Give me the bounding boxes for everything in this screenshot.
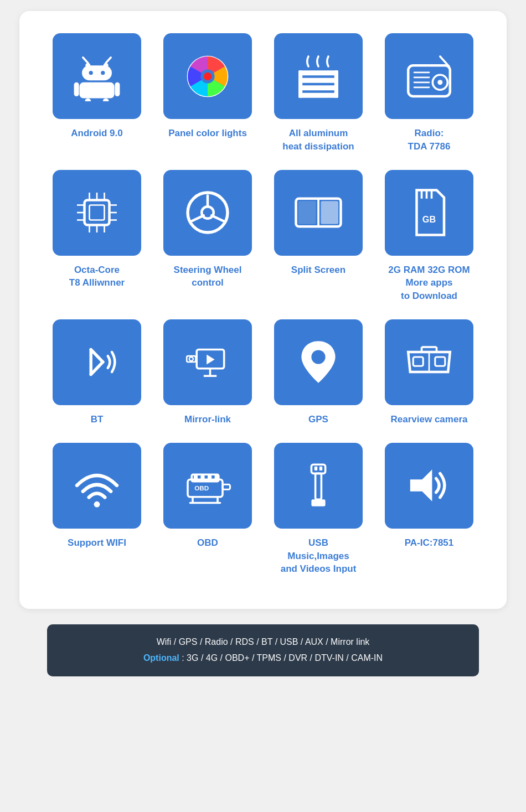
steering-label: Steering Wheel control [174, 263, 242, 290]
feature-gps: GPS [269, 319, 368, 426]
svg-point-28 [437, 80, 442, 85]
svg-rect-19 [298, 70, 302, 98]
svg-rect-88 [316, 474, 322, 500]
usb-icon-box [274, 443, 363, 529]
svg-rect-18 [298, 92, 338, 97]
split-icon [293, 188, 343, 237]
svg-rect-67 [413, 357, 423, 366]
svg-marker-90 [410, 469, 432, 501]
feature-usb: USB Music,Images and Videos Input [269, 443, 368, 576]
svg-rect-29 [85, 200, 110, 225]
feature-steering: Steering Wheel control [158, 170, 257, 303]
obd-icon: OBD [183, 461, 233, 510]
wifi-icon-box [53, 443, 141, 529]
obd-label: OBD [197, 536, 218, 550]
pa-icon-box [385, 443, 473, 529]
mirror-icon-box [163, 319, 252, 405]
octa-core-icon-box [53, 170, 141, 256]
svg-rect-9 [103, 98, 109, 101]
feature-rearview: Rearview camera [379, 319, 479, 426]
steering-icon [183, 188, 233, 237]
gps-icon-box [274, 319, 363, 405]
wifi-icon [72, 461, 122, 510]
svg-rect-69 [435, 357, 445, 366]
wifi-label: Support WIFI [68, 536, 126, 550]
svg-line-46 [190, 215, 203, 221]
feature-heat: All aluminum heat dissipation [269, 33, 368, 153]
android-icon [72, 51, 122, 101]
svg-line-56 [91, 350, 103, 363]
camera-icon [404, 337, 454, 387]
sdcard-icon: GB [404, 188, 454, 237]
android-label: Android 9.0 [71, 127, 123, 140]
svg-rect-22 [408, 65, 450, 96]
bottom-line2-text: : 3G / 4G / OBD+ / TPMS / DVR / DTV-IN /… [179, 653, 383, 663]
svg-line-3 [106, 57, 111, 63]
bottom-bar: Wifi / GPS / Radio / RDS / BT / USB / AU… [47, 624, 479, 676]
panel-color-label: Panel color lights [168, 127, 247, 140]
svg-point-10 [89, 71, 93, 75]
panel-color-icon-box [163, 33, 252, 119]
svg-marker-62 [207, 355, 214, 365]
feature-android: Android 9.0 [47, 33, 147, 153]
bt-icon-box [53, 319, 141, 405]
bt-label: BT [91, 413, 104, 426]
svg-text:OBD: OBD [194, 484, 209, 492]
feature-panel-color: Panel color lights [158, 33, 257, 153]
svg-line-2 [83, 57, 88, 63]
pa-label: PA-IC:7851 [405, 536, 454, 550]
bluetooth-icon [72, 337, 122, 387]
usb-icon [293, 461, 343, 510]
feature-split: Split Screen [269, 170, 368, 303]
svg-rect-77 [200, 475, 204, 479]
speaker-icon [404, 461, 454, 510]
svg-point-66 [311, 350, 325, 364]
feature-mirror: Mirror-link [158, 319, 257, 426]
rearview-icon-box [385, 319, 473, 405]
feature-obd: OBD OBD [158, 443, 257, 576]
split-label: Split Screen [291, 263, 345, 277]
heat-icon [293, 51, 343, 101]
svg-rect-20 [334, 70, 338, 98]
feature-octa-core: Octa-Core T8 Alliwnner [47, 170, 147, 303]
heat-icon-box [274, 33, 363, 119]
svg-rect-4 [82, 65, 112, 80]
features-grid: Android 9.0 Panel color lights [47, 33, 479, 576]
svg-rect-86 [314, 467, 317, 470]
svg-point-61 [189, 357, 193, 361]
svg-rect-51 [321, 201, 339, 224]
mirror-icon [183, 337, 233, 387]
bottom-line1: Wifi / GPS / Radio / RDS / BT / USB / AU… [64, 634, 462, 650]
svg-rect-80 [223, 484, 230, 489]
svg-point-73 [94, 501, 100, 508]
svg-rect-17 [298, 85, 338, 90]
mirror-label: Mirror-link [184, 413, 231, 426]
gps-icon [293, 337, 343, 387]
feature-pa: PA-IC:7851 [379, 443, 479, 576]
svg-rect-15 [298, 70, 338, 75]
feature-wifi: Support WIFI [47, 443, 147, 576]
svg-rect-85 [311, 464, 325, 473]
svg-rect-87 [319, 467, 322, 470]
feature-radio: Radio: TDA 7786 [379, 33, 479, 153]
svg-rect-16 [298, 77, 338, 82]
svg-rect-78 [208, 475, 212, 479]
bottom-line2: Optional : 3G / 4G / OBD+ / TPMS / DVR /… [64, 650, 462, 666]
svg-point-11 [101, 71, 105, 75]
radio-label: Radio: TDA 7786 [408, 127, 451, 153]
feature-bt: BT [47, 319, 147, 426]
main-card: Android 9.0 Panel color lights [19, 11, 507, 609]
svg-rect-30 [90, 205, 105, 220]
feature-ram: GB 2G RAM 32G ROM More apps to Download [379, 170, 479, 303]
ram-icon-box: GB [385, 170, 473, 256]
optional-label: Optional [143, 653, 179, 663]
rearview-label: Rearview camera [391, 413, 468, 426]
radio-icon [404, 51, 454, 101]
svg-line-47 [212, 215, 224, 221]
android-icon-box [53, 33, 141, 119]
heat-label: All aluminum heat dissipation [282, 127, 354, 153]
svg-rect-76 [194, 475, 198, 479]
steering-icon-box [163, 170, 252, 256]
panel-color-icon [183, 51, 233, 101]
svg-text:GB: GB [422, 214, 436, 224]
